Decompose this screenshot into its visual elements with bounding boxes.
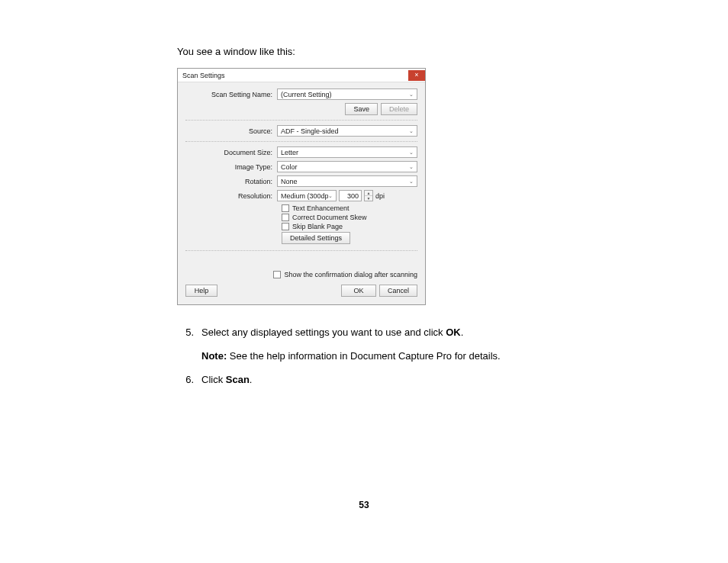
- setting-name-value: (Current Setting): [281, 91, 332, 98]
- correct-skew-checkbox[interactable]: [282, 214, 289, 221]
- source-dropdown[interactable]: ADF - Single-sided ⌄: [277, 125, 417, 137]
- step-6: 6. Click Scan.: [177, 374, 543, 385]
- imagetype-dropdown[interactable]: Color ⌄: [277, 161, 417, 172]
- close-icon[interactable]: ×: [408, 70, 425, 81]
- detailed-settings-button[interactable]: Detailed Settings: [282, 232, 350, 244]
- delete-button[interactable]: Delete: [381, 103, 417, 115]
- chevron-down-icon: ⌄: [409, 128, 414, 134]
- help-button[interactable]: Help: [185, 285, 217, 297]
- resolution-dropdown[interactable]: Medium (300dpi) ⌄: [277, 190, 337, 201]
- docsize-dropdown[interactable]: Letter ⌄: [277, 146, 417, 158]
- chevron-up-icon: ▲: [365, 191, 372, 196]
- setting-name-label: Scan Setting Name:: [185, 91, 277, 98]
- dpi-unit: dpi: [375, 192, 385, 200]
- intro-text: You see a window like this:: [177, 46, 543, 57]
- step-5-number: 5.: [177, 327, 194, 338]
- step-5: 5. Select any displayed settings you wan…: [177, 327, 543, 338]
- ok-button[interactable]: OK: [341, 285, 376, 297]
- correct-skew-label: Correct Document Skew: [292, 214, 367, 221]
- confirm-dialog-checkbox[interactable]: [273, 271, 281, 278]
- text-enhancement-label: Text Enhancement: [292, 204, 350, 212]
- chevron-down-icon: ⌄: [409, 164, 414, 170]
- text-enhancement-checkbox[interactable]: [282, 204, 289, 212]
- dialog-title: Scan Settings: [182, 72, 225, 79]
- chevron-down-icon: ▼: [365, 196, 372, 201]
- rotation-label: Rotation:: [185, 178, 277, 185]
- setting-name-dropdown[interactable]: (Current Setting) ⌄: [277, 88, 417, 100]
- resolution-label: Resolution:: [185, 192, 277, 200]
- chevron-down-icon: ⌄: [409, 92, 414, 98]
- skip-blank-label: Skip Blank Page: [292, 223, 343, 230]
- docsize-label: Document Size:: [185, 149, 277, 156]
- resolution-stepper[interactable]: ▲ ▼: [364, 190, 373, 201]
- chevron-down-icon: ⌄: [328, 193, 333, 199]
- rotation-dropdown[interactable]: None ⌄: [277, 175, 417, 187]
- page-number: 53: [0, 500, 728, 510]
- step-5-note: Note: See the help information in Docume…: [201, 350, 543, 362]
- resolution-number-input[interactable]: 300: [339, 190, 362, 201]
- skip-blank-checkbox[interactable]: [282, 223, 289, 230]
- step-6-number: 6.: [177, 374, 194, 385]
- source-label: Source:: [185, 127, 277, 135]
- save-button[interactable]: Save: [345, 103, 378, 115]
- imagetype-label: Image Type:: [185, 163, 277, 171]
- chevron-down-icon: ⌄: [409, 150, 414, 156]
- cancel-button[interactable]: Cancel: [379, 285, 417, 297]
- dialog-titlebar: Scan Settings ×: [178, 69, 425, 82]
- scan-settings-dialog: Scan Settings × Scan Setting Name: (Curr…: [177, 68, 426, 305]
- confirm-dialog-label: Show the confirmation dialog after scann…: [284, 271, 417, 278]
- chevron-down-icon: ⌄: [409, 179, 414, 185]
